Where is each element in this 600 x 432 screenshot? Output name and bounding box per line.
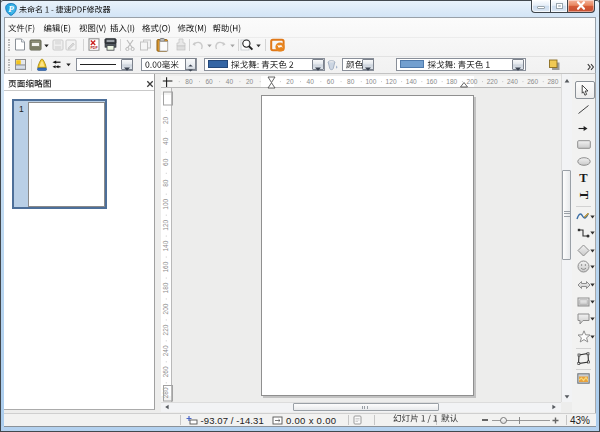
svg-text:120: 120 [386, 77, 397, 87]
svg-text:60: 60 [161, 159, 171, 166]
svg-text:280: 280 [547, 77, 558, 87]
svg-text:200: 200 [161, 304, 171, 315]
svg-text:20: 20 [246, 77, 253, 87]
svg-text:180: 180 [446, 77, 457, 87]
svg-text:160: 160 [161, 262, 171, 273]
svg-text:200: 200 [467, 77, 478, 87]
svg-text:140: 140 [406, 77, 417, 87]
svg-text:80: 80 [347, 77, 354, 87]
svg-text:80: 80 [185, 77, 192, 87]
svg-text:20: 20 [161, 117, 171, 124]
svg-text:220: 220 [487, 77, 498, 87]
svg-text:80: 80 [161, 180, 171, 187]
svg-text:220: 220 [161, 325, 171, 336]
svg-text:240: 240 [507, 77, 518, 87]
svg-text:20: 20 [286, 77, 293, 87]
svg-text:P: P [8, 4, 14, 14]
svg-text:40: 40 [226, 77, 233, 87]
svg-text:60: 60 [205, 77, 212, 87]
svg-text:140: 140 [161, 241, 171, 252]
svg-text:260: 260 [527, 77, 538, 87]
svg-text:240: 240 [161, 345, 171, 356]
svg-text:280: 280 [161, 387, 171, 398]
svg-text:40: 40 [307, 77, 314, 87]
svg-text:100: 100 [365, 77, 376, 87]
svg-text:260: 260 [161, 366, 171, 377]
svg-text:60: 60 [327, 77, 334, 87]
svg-text:100: 100 [161, 199, 171, 210]
svg-text:180: 180 [161, 283, 171, 294]
svg-text:120: 120 [161, 220, 171, 231]
svg-text:40: 40 [161, 138, 171, 145]
svg-text:160: 160 [426, 77, 437, 87]
